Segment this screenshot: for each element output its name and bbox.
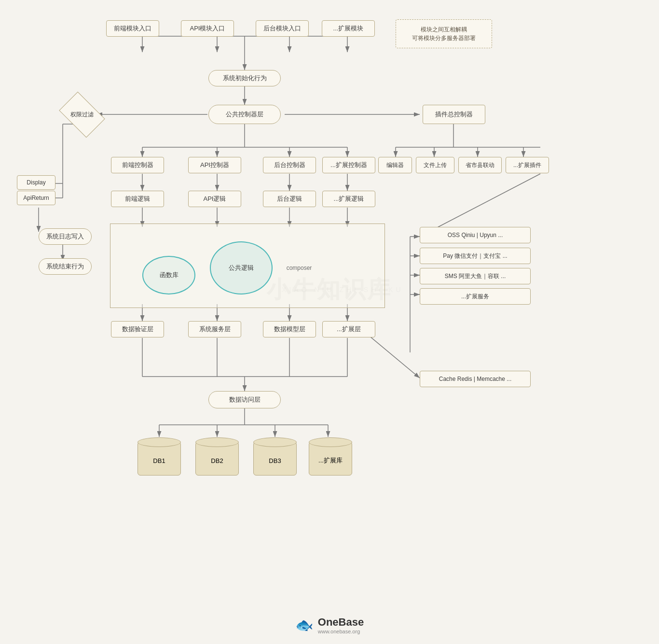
system-end-box: 系统结束行为 (39, 258, 92, 275)
db1-label: DB1 (153, 457, 165, 464)
pay-box: Pay 微信支付｜支付宝 ... (420, 248, 531, 264)
data-validation-label: 数据验证层 (122, 325, 153, 334)
db3-container: DB3 (251, 437, 299, 476)
file-upload-label: 文件上传 (424, 161, 447, 169)
editor-label: 编辑器 (386, 161, 404, 169)
diagram-container: 模块之间互相解耦 可将模块分多服务器部署 前端模块入口 API模块入口 后台模块… (0, 0, 659, 644)
backend-ctrl-label: 后台控制器 (274, 161, 305, 169)
ext-db-container: ...扩展库 (306, 437, 355, 476)
data-access-box: 数据访问层 (208, 391, 281, 408)
public-logic-box: 公共逻辑 (210, 241, 273, 294)
composer-label: composer (287, 265, 312, 271)
oss-box: OSS Qiniu | Upyun ... (420, 227, 531, 243)
file-upload-box: 文件上传 (416, 157, 454, 173)
sms-box: SMS 阿里大鱼｜容联 ... (420, 268, 531, 284)
backend-entry-label: 后台模块入口 (263, 24, 301, 33)
data-validation-box: 数据验证层 (111, 321, 164, 337)
func-lib-label: 函数库 (160, 271, 178, 280)
footer: 🐟 OneBase www.onebase.org (295, 616, 364, 634)
region-box: 省市县联动 (458, 157, 502, 173)
backend-entry-box: 后台模块入口 (256, 20, 309, 37)
display-box: Display (17, 175, 55, 190)
data-model-box: 数据模型层 (263, 321, 316, 337)
footer-logo-text: OneBase (318, 616, 364, 629)
api-ctrl-box: API控制器 (188, 157, 241, 173)
system-log-label: 系统日志写入 (46, 232, 84, 241)
api-logic-box: API逻辑 (188, 191, 241, 207)
region-label: 省市县联动 (466, 161, 494, 169)
ext-db-label: ...扩展库 (318, 456, 343, 465)
data-model-label: 数据模型层 (274, 325, 305, 334)
public-logic-label: 公共逻辑 (229, 264, 254, 272)
plugin-controller-box: 插件总控制器 (423, 105, 485, 124)
data-access-label: 数据访问层 (229, 395, 261, 404)
note-box: 模块之间互相解耦 可将模块分多服务器部署 (396, 19, 492, 48)
frontend-entry-box: 前端模块入口 (106, 20, 159, 37)
pay-label: Pay 微信支付｜支付宝 ... (443, 252, 507, 260)
system-end-label: 系统结束行为 (46, 262, 84, 271)
system-service-label: 系统服务层 (199, 325, 231, 334)
func-lib-box: 函数库 (142, 256, 195, 294)
backend-logic-box: 后台逻辑 (263, 191, 316, 207)
frontend-logic-label: 前端逻辑 (125, 195, 150, 203)
ext-service-box: ...扩展服务 (420, 288, 531, 305)
api-entry-label: API模块入口 (190, 24, 225, 33)
ext-layer-box: ...扩展层 (322, 321, 375, 337)
public-controller-label: 公共控制器层 (226, 110, 263, 119)
db2-label: DB2 (211, 457, 223, 464)
system-init-label: 系统初始化行为 (223, 74, 267, 83)
permission-filter-label: 权限过滤 (70, 111, 94, 119)
db3-label: DB3 (269, 457, 281, 464)
ext-module-box: ...扩展模块 (322, 20, 375, 37)
db1-container: DB1 (135, 437, 183, 476)
backend-logic-label: 后台逻辑 (277, 195, 302, 203)
api-ctrl-label: API控制器 (200, 161, 229, 169)
footer-logo-icon: 🐟 (295, 616, 313, 633)
display-label: Display (27, 179, 45, 186)
ext-ctrl-box: ...扩展控制器 (322, 157, 375, 173)
frontend-ctrl-label: 前端控制器 (122, 161, 153, 169)
api-logic-label: API逻辑 (204, 195, 226, 203)
system-init-box: 系统初始化行为 (208, 70, 281, 86)
oss-label: OSS Qiniu | Upyun ... (448, 232, 503, 238)
composer-box: composer (280, 261, 318, 275)
ext-ctrl-label: ...扩展控制器 (330, 161, 367, 169)
editor-box: 编辑器 (378, 157, 412, 173)
system-service-box: 系统服务层 (188, 321, 241, 337)
backend-ctrl-box: 后台控制器 (263, 157, 316, 173)
frontend-entry-label: 前端模块入口 (114, 24, 151, 33)
ext-service-label: ...扩展服务 (461, 293, 489, 301)
system-log-box: 系统日志写入 (39, 228, 92, 245)
cache-box: Cache Redis | Memcache ... (420, 371, 531, 387)
footer-url: www.onebase.org (318, 629, 364, 634)
ext-layer-label: ...扩展层 (337, 325, 361, 334)
api-return-box: ApiReturn (17, 191, 55, 205)
permission-filter-box: 权限过滤 (55, 101, 109, 128)
ext-module-label: ...扩展模块 (333, 24, 364, 33)
ext-plugin-box: ...扩展插件 (506, 157, 549, 173)
ext-logic-box: ...扩展逻辑 (322, 191, 375, 207)
ext-plugin-label: ...扩展插件 (513, 161, 541, 169)
cache-label: Cache Redis | Memcache ... (439, 376, 512, 382)
api-return-label: ApiReturn (23, 195, 49, 201)
db2-container: DB2 (193, 437, 241, 476)
sms-label: SMS 阿里大鱼｜容联 ... (445, 272, 506, 280)
note-text: 模块之间互相解耦 可将模块分多服务器部署 (412, 25, 476, 42)
ext-logic-label: ...扩展逻辑 (334, 195, 364, 203)
plugin-controller-label: 插件总控制器 (435, 110, 473, 119)
api-entry-box: API模块入口 (181, 20, 234, 37)
frontend-logic-box: 前端逻辑 (111, 191, 164, 207)
frontend-ctrl-box: 前端控制器 (111, 157, 164, 173)
public-controller-box: 公共控制器层 (208, 105, 281, 124)
